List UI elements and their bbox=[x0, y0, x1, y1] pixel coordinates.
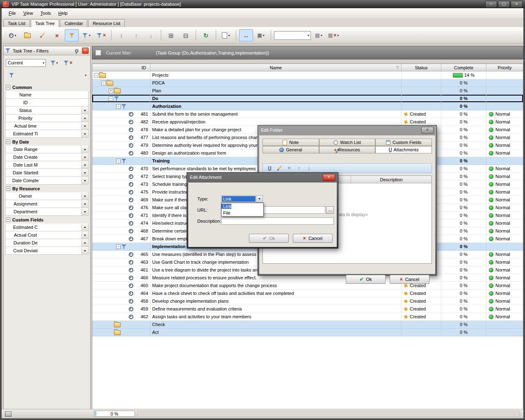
expand-toggle[interactable]: − bbox=[116, 159, 121, 163]
apply-filter-button[interactable]: ▾ bbox=[48, 58, 60, 68]
tab-note[interactable]: Note bbox=[262, 139, 319, 146]
task-row[interactable]: 459Define measurements and evaluation cr… bbox=[92, 305, 523, 313]
type-combo[interactable]: Link ▾ bbox=[221, 195, 263, 203]
filter-field-actual-cost[interactable]: Actual Cost▾ bbox=[5, 231, 89, 239]
refresh-button[interactable]: ↻ bbox=[199, 29, 213, 41]
close-icon[interactable]: × bbox=[421, 127, 434, 134]
edit-folder-ok-button[interactable]: ✔Ok bbox=[346, 275, 386, 284]
column-header-complete[interactable]: Complete bbox=[441, 64, 486, 71]
filters-panel-close-button[interactable]: × bbox=[82, 48, 89, 54]
apply-filter-button[interactable]: ▾ bbox=[80, 29, 94, 41]
expand-toggle[interactable]: − bbox=[109, 96, 113, 101]
column-header-priority[interactable]: Priority bbox=[486, 64, 523, 71]
filter-field-date-create[interactable]: Date Create▾ bbox=[5, 153, 89, 161]
fit-columns-button[interactable]: ↔ bbox=[239, 29, 253, 41]
filter-field-date-range[interactable]: Date Range▾ bbox=[5, 146, 89, 153]
tab-resources[interactable]: Resources bbox=[319, 146, 376, 153]
tree-group-row[interactable]: −Projects14 % bbox=[92, 71, 523, 79]
chevron-down-icon[interactable]: ▾ bbox=[81, 123, 88, 130]
move-attachment-down-button[interactable]: ↓ bbox=[305, 164, 313, 172]
collapse-icon[interactable]: − bbox=[6, 85, 10, 89]
edit-attachment-ok-button[interactable]: ✔Ok bbox=[249, 234, 289, 243]
edit-filter-button[interactable] bbox=[6, 70, 17, 80]
attachments-column-description[interactable]: Description bbox=[351, 176, 431, 183]
filter-field-date-comple[interactable]: Date Comple▾ bbox=[5, 177, 89, 185]
move-attachment-up-button[interactable]: ↑ bbox=[295, 164, 303, 172]
chevron-down-icon[interactable]: ▾ bbox=[81, 130, 88, 137]
chevron-down-icon[interactable]: ▾ bbox=[81, 115, 88, 122]
column-header-status[interactable]: Status bbox=[402, 64, 441, 71]
chevron-down-icon[interactable]: ▾ bbox=[81, 247, 88, 254]
collapse-icon[interactable]: − bbox=[6, 139, 10, 144]
filter-field-actual-time[interactable]: Actual time▾ bbox=[5, 122, 89, 130]
collapse-all-button[interactable]: ⊟ bbox=[179, 29, 193, 41]
filter-field-status[interactable]: Status▾ bbox=[5, 107, 89, 114]
chevron-down-icon[interactable]: ▾ bbox=[256, 196, 262, 202]
expand-toggle[interactable]: − bbox=[94, 73, 98, 78]
tab-task-list[interactable]: Task List bbox=[3, 19, 30, 27]
new-folder-button[interactable] bbox=[21, 29, 34, 41]
filter-section-header[interactable]: −By Resource bbox=[4, 185, 90, 192]
expand-all-button[interactable]: ⊞ bbox=[164, 29, 178, 41]
customize-grid-button[interactable]: ▤▾ bbox=[312, 29, 326, 41]
column-header-id[interactable]: ID bbox=[92, 64, 151, 71]
expand-toggle[interactable]: − bbox=[116, 104, 121, 109]
maximize-button[interactable]: ▢ bbox=[498, 1, 510, 8]
type-option-link[interactable]: Link bbox=[221, 204, 231, 209]
expand-toggle[interactable]: − bbox=[116, 244, 121, 249]
tab-resource-list[interactable]: Resource List bbox=[88, 19, 125, 27]
filter-field-id[interactable]: ID bbox=[5, 99, 89, 107]
clear-filter-button[interactable]: × bbox=[62, 58, 74, 68]
move-task-button[interactable]: ↕ bbox=[114, 29, 128, 41]
tab-custom-fields[interactable]: Custom Fields bbox=[375, 139, 432, 146]
menu-file[interactable]: File bbox=[5, 9, 20, 17]
chevron-down-icon[interactable]: ▾ bbox=[81, 240, 88, 247]
chevron-down-icon[interactable]: ▾ bbox=[81, 232, 88, 239]
close-icon[interactable]: × bbox=[323, 174, 335, 181]
delete-task-button[interactable]: × bbox=[50, 29, 64, 41]
column-header-name[interactable]: Name▽ bbox=[151, 64, 402, 71]
filter-field-estimated-ti[interactable]: Estimated Ti▾ bbox=[5, 130, 89, 138]
filter-field-date-last-m[interactable]: Date Last M▾ bbox=[5, 161, 89, 169]
edit-task-button[interactable] bbox=[35, 29, 49, 41]
filter-field-duration-de[interactable]: Duration De▾ bbox=[5, 239, 89, 247]
close-button[interactable]: × bbox=[511, 1, 523, 8]
tree-group-row[interactable]: +Plan0 % bbox=[92, 87, 523, 95]
filter-section-header[interactable]: −Common bbox=[4, 83, 90, 91]
task-row[interactable]: 462Assign tasks and activities to your t… bbox=[92, 313, 523, 321]
chevron-down-icon[interactable]: ▾ bbox=[81, 107, 88, 114]
task-row[interactable]: 481Submit the form to the senior managem… bbox=[92, 110, 523, 118]
delete-attachment-button[interactable]: × bbox=[285, 164, 293, 172]
export-button[interactable]: ▾ bbox=[219, 29, 233, 41]
view-scale-combo[interactable]: ▾ bbox=[274, 31, 311, 40]
filter-section-header[interactable]: −Custom Fields bbox=[4, 216, 90, 224]
tree-group-row[interactable]: −Authorization0 % bbox=[92, 103, 523, 110]
filter-field-estimated-c[interactable]: Estimated C▾ bbox=[5, 224, 89, 231]
filter-preset-combo[interactable]: Current▾ bbox=[6, 59, 46, 67]
chevron-down-icon[interactable]: ▾ bbox=[81, 146, 88, 153]
move-down-button[interactable]: ↓ bbox=[144, 29, 158, 41]
chevron-down-icon[interactable]: ▾ bbox=[81, 177, 88, 184]
columns-button[interactable]: ▦▾ bbox=[254, 29, 268, 41]
tab-general[interactable]: General bbox=[262, 146, 319, 153]
new-task-button[interactable]: ▾ bbox=[6, 29, 20, 41]
expand-toggle[interactable]: − bbox=[101, 81, 106, 85]
clear-filter-button[interactable]: × bbox=[94, 29, 108, 41]
tree-group-row[interactable]: Check0 % bbox=[92, 321, 523, 329]
type-option-file[interactable]: File bbox=[221, 210, 263, 216]
filter-field-name[interactable]: Name bbox=[5, 91, 89, 99]
chevron-down-icon[interactable]: ▾ bbox=[81, 162, 88, 169]
remove-column-button[interactable]: ▤×▾ bbox=[326, 29, 340, 41]
edit-attachment-button[interactable] bbox=[275, 164, 283, 172]
tab-watch-list[interactable]: Watch List bbox=[319, 139, 376, 146]
filter-field-owner[interactable]: Owner▾ bbox=[5, 192, 89, 200]
tab-calendar[interactable]: Calendar bbox=[60, 19, 87, 27]
tab-attachments[interactable]: Attachments bbox=[375, 146, 432, 153]
tree-group-row[interactable]: Act0 % bbox=[92, 329, 523, 336]
tree-group-row[interactable]: −Do0 % bbox=[92, 95, 523, 103]
description-input[interactable] bbox=[221, 217, 334, 225]
collapse-icon[interactable]: − bbox=[6, 217, 10, 222]
filter-tasks-button[interactable] bbox=[65, 29, 79, 41]
menu-help[interactable]: Help bbox=[55, 9, 71, 17]
browse-button[interactable]: ... bbox=[326, 206, 334, 214]
